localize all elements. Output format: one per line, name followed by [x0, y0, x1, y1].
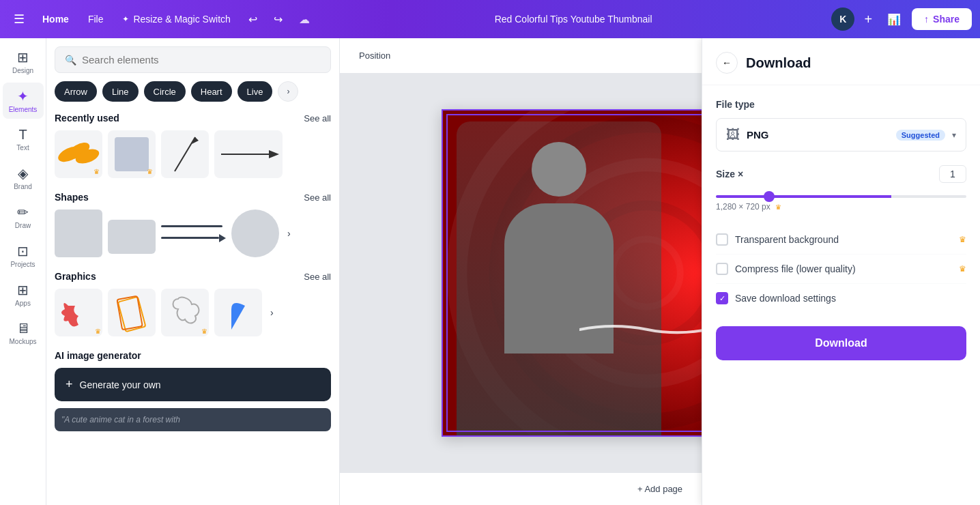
shape-rect[interactable] — [108, 220, 156, 254]
sidebar-item-text[interactable]: T Text — [3, 121, 44, 157]
elements-icon: ✦ — [17, 88, 29, 104]
sidebar-item-label: Draw — [15, 222, 31, 229]
download-title: Download — [746, 55, 811, 71]
recently-used-item-strokes[interactable]: ♛ — [55, 130, 102, 178]
sidebar-item-label: Brand — [14, 183, 32, 190]
recently-used-item-pen[interactable] — [161, 130, 209, 178]
elements-panel: 🔍 Arrow Line Circle Heart Live › Recentl… — [46, 38, 340, 505]
chip-heart[interactable]: Heart — [191, 81, 232, 102]
download-button[interactable]: Download — [716, 326, 966, 360]
ai-generate-button[interactable]: + Generate your own — [55, 368, 331, 401]
chips-next-button[interactable]: › — [278, 81, 298, 102]
text-icon: T — [18, 127, 27, 143]
shapes-section: Shapes See all › — [55, 192, 331, 257]
sidebar-item-apps[interactable]: ⊞ Apps — [3, 276, 44, 313]
sidebar-item-design[interactable]: ⊞ Design — [3, 44, 44, 80]
file-type-label: File type — [716, 99, 966, 110]
sidebar-item-brand[interactable]: ◈ Brand — [3, 160, 44, 196]
shape-square[interactable] — [55, 210, 102, 257]
file-button[interactable]: File — [81, 11, 111, 27]
plus-icon: + — [66, 377, 73, 392]
recently-used-header: Recently used See all — [55, 113, 331, 124]
recently-used-section: Recently used See all ♛ ♛ — [55, 113, 331, 178]
search-input[interactable] — [82, 54, 321, 66]
recently-used-item-square[interactable]: ♛ — [108, 130, 156, 178]
category-chips: Arrow Line Circle Heart Live › — [55, 81, 331, 102]
avatar[interactable]: K — [831, 8, 854, 31]
download-header: ← Download — [702, 38, 980, 85]
brand-icon: ◈ — [18, 165, 28, 182]
svg-line-3 — [175, 137, 195, 171]
graphic-item-1[interactable]: ♛ — [55, 289, 102, 336]
back-button[interactable]: ← — [716, 52, 738, 74]
recently-used-grid: ♛ ♛ — [55, 130, 331, 178]
crown-icon: ♛ — [959, 264, 966, 274]
cloud-save-icon: ☁ — [293, 10, 315, 29]
share-button[interactable]: ↑ Share — [912, 8, 972, 30]
shapes-see-all[interactable]: See all — [304, 192, 331, 203]
save-settings-row[interactable]: ✓ Save download settings — [716, 284, 966, 313]
png-icon: 🖼 — [726, 127, 740, 143]
download-panel: ← Download File type 🖼 PNG Suggested ▾ S… — [702, 38, 980, 505]
crown-icon: ♛ — [959, 235, 966, 244]
search-bar[interactable]: 🔍 — [55, 46, 331, 73]
chip-circle[interactable]: Circle — [144, 81, 186, 102]
chip-arrow[interactable]: Arrow — [55, 81, 97, 102]
sidebar-item-label: Design — [12, 67, 33, 74]
save-settings-checkbox[interactable]: ✓ — [716, 292, 728, 304]
download-content: File type 🖼 PNG Suggested ▾ Size × 1 1,2… — [702, 85, 980, 505]
add-page-button[interactable]: + Add page — [626, 478, 693, 500]
shape-arrow-line[interactable] — [161, 234, 226, 242]
sidebar-item-projects[interactable]: ⊡ Projects — [3, 237, 44, 274]
home-button[interactable]: Home — [35, 11, 76, 27]
size-dimensions: 1,280 × 720 px ♛ — [716, 202, 966, 212]
chip-line[interactable]: Line — [102, 81, 139, 102]
undo-button[interactable]: ↩ — [243, 10, 263, 29]
recently-used-item-arrow[interactable] — [214, 130, 283, 178]
crown-icon: ♛ — [95, 328, 101, 335]
projects-icon: ⊡ — [17, 243, 29, 259]
main-layout: ⊞ Design ✦ Elements T Text ◈ Brand ✏ Dra… — [0, 38, 980, 505]
sidebar-item-label: Projects — [10, 261, 35, 268]
sidebar-item-mockups[interactable]: 🖥 Mockups — [3, 315, 44, 351]
resize-magic-button[interactable]: ✦ Resize & Magic Switch — [115, 11, 237, 27]
search-icon: 🔍 — [65, 55, 76, 66]
redo-button[interactable]: ↪ — [268, 10, 288, 29]
shape-line[interactable] — [161, 225, 222, 227]
graphic-item-3[interactable]: ♛ — [161, 289, 209, 336]
graphic-item-2[interactable] — [108, 289, 156, 336]
ai-section-title: AI image generator — [55, 350, 141, 361]
sidebar-item-elements[interactable]: ✦ Elements — [3, 83, 44, 119]
analytics-icon[interactable]: 📊 — [882, 10, 906, 29]
file-type-selector[interactable]: 🖼 PNG Suggested ▾ — [716, 118, 966, 152]
add-collaborator-button[interactable]: + — [860, 9, 876, 30]
graphics-see-all[interactable]: See all — [304, 272, 331, 282]
compress-checkbox[interactable] — [716, 263, 728, 275]
compress-label: Compress file (lower quality) — [735, 263, 952, 274]
transparent-bg-row[interactable]: Transparent background ♛ — [716, 225, 966, 255]
sidebar-item-label: Mockups — [9, 338, 36, 345]
size-slider[interactable] — [716, 195, 966, 198]
size-value-input[interactable]: 1 — [939, 165, 966, 183]
shapes-next-button[interactable]: › — [285, 225, 293, 242]
shape-circle[interactable] — [231, 210, 279, 257]
draw-icon: ✏ — [17, 204, 29, 220]
shapes-grid: › — [55, 210, 331, 257]
share-icon: ↑ — [924, 14, 929, 25]
graphics-next-button[interactable]: › — [268, 304, 276, 321]
shapes-title: Shapes — [55, 192, 89, 203]
compress-row[interactable]: Compress file (lower quality) ♛ — [716, 255, 966, 284]
sidebar-item-draw[interactable]: ✏ Draw — [3, 199, 44, 235]
transparent-bg-checkbox[interactable] — [716, 233, 728, 246]
transparent-bg-label: Transparent background — [735, 234, 952, 245]
ai-image-generator-section: AI image generator + Generate your own "… — [55, 350, 331, 431]
svg-marker-5 — [269, 150, 279, 158]
recently-used-see-all[interactable]: See all — [304, 113, 331, 124]
graphic-item-4[interactable] — [214, 289, 262, 336]
ai-generate-label: Generate your own — [80, 379, 161, 390]
ai-section-header: AI image generator — [55, 350, 331, 361]
star-icon: ✦ — [122, 14, 129, 24]
hamburger-icon[interactable]: ☰ — [8, 9, 30, 29]
chip-live[interactable]: Live — [237, 81, 273, 102]
position-button[interactable]: Position — [351, 46, 399, 65]
